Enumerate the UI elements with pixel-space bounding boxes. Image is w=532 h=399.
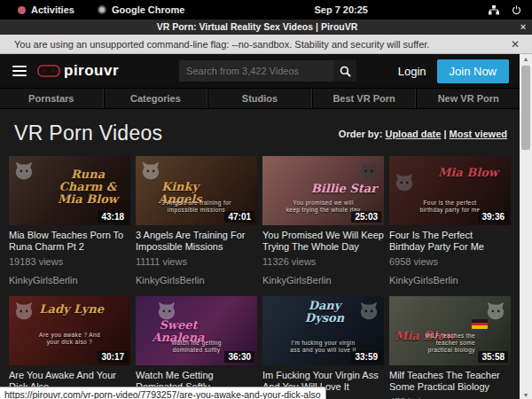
studio-logo-cat-icon [141, 160, 160, 180]
video-title-link[interactable]: Four Is The Perfect Birthday Party For M… [389, 230, 511, 252]
studio-logo-cat-icon [359, 301, 379, 320]
app-name-label: Google Chrome [112, 4, 185, 15]
video-thumbnail[interactable]: Mia Blow MILF teaches the teacher some p… [389, 296, 511, 365]
network-icon[interactable] [489, 5, 499, 15]
german-flag-icon [472, 319, 488, 329]
search-icon [340, 66, 351, 77]
thumb-overlay-name: Dany Dyson [289, 300, 360, 325]
video-thumbnail[interactable]: Kinky Angels 3 Angels are training for i… [136, 156, 257, 225]
video-duration: 30:17 [98, 351, 128, 363]
scrollbar-thumb[interactable] [521, 66, 530, 150]
studio-logo-cat-icon [359, 160, 379, 180]
power-icon[interactable] [512, 5, 521, 15]
search-button[interactable] [333, 60, 356, 82]
page-heading: VR Porn Videos [14, 121, 162, 145]
video-card: Sweet Analena Watch me getting dominated… [136, 296, 257, 399]
video-duration: 35:58 [478, 351, 508, 363]
activities-icon [18, 6, 26, 14]
video-card: Mia Blow MILF teaches the teacher some p… [389, 296, 511, 399]
status-bar-url: https://pirouvr.com/vr-porn-video/779325… [0, 387, 326, 399]
screen: Activities Google Chrome Sep 7 20:25 VR … [0, 0, 532, 399]
chrome-infobar: You are using an unsupported command-lin… [0, 35, 532, 54]
thumb-overlay-name: Runa Charm & Mia Blow [52, 168, 123, 206]
video-title-link[interactable]: Mia Blow Teaches Porn To Runa Charm Pt 2 [9, 230, 130, 252]
thumb-caption: Are you awake ? And your dick also ? [9, 332, 130, 346]
browser-title-bar: VR Porn: Virtual Reality Sex Videos | Pi… [0, 20, 532, 35]
infobar-message: You are using an unsupported command-lin… [14, 39, 505, 50]
window-close-icon[interactable]: × [514, 21, 532, 32]
video-card: Lady Lyne Are you awake ? And your dick … [9, 296, 130, 399]
vr-headset-icon [37, 65, 60, 77]
main-nav: Pornstars Categories Studios Best VR Por… [0, 88, 520, 109]
studio-logo-cat-icon [14, 160, 34, 180]
search-input[interactable] [179, 60, 333, 82]
studio-logo-cat-icon [14, 301, 34, 320]
activities-button[interactable]: Activities [9, 4, 83, 15]
studio-logo-cat-icon [486, 301, 505, 320]
join-now-button[interactable]: Join Now [437, 59, 509, 83]
app-menu-google-chrome[interactable]: Google Chrome [89, 4, 194, 15]
site-logo[interactable]: pirouvr [37, 62, 119, 80]
studio-logo-cat-icon [157, 301, 176, 320]
order-by-label: Order by: [339, 129, 383, 139]
video-card: Mia Blow Four is the perfect birthday pa… [389, 156, 511, 286]
studio-link[interactable]: KinkyGirlsBerlin [9, 275, 130, 286]
studio-link[interactable]: KinkyGirlsBerlin [389, 275, 511, 286]
video-card: Dany Dyson I'm fucking your virgin ass a… [262, 296, 384, 399]
thumb-overlay-name: Billie Star [311, 183, 377, 195]
order-most-viewed-link[interactable]: Most viewed [450, 129, 507, 139]
video-views: 11326 views [262, 256, 384, 267]
site-header: pirouvr Login Join Now [0, 54, 520, 88]
clock[interactable]: Sep 7 20:25 [193, 4, 489, 15]
order-by: Order by: Upload date | Most viewed [339, 129, 507, 139]
video-duration: 39:36 [478, 211, 508, 223]
video-duration: 25:03 [351, 211, 381, 223]
video-title-link[interactable]: 3 Angels Are Training For Impossible Mis… [136, 230, 257, 252]
video-views: 11111 views [136, 256, 257, 267]
video-grid: Runa Charm & Mia Blow 43:18 Mia Blow Tea… [9, 156, 511, 399]
thumb-overlay-name: Lady Lyne [39, 303, 104, 316]
video-views: 19183 views [9, 256, 130, 267]
video-title-link[interactable]: You Promised We Will Keep Trying The Who… [262, 230, 384, 252]
video-thumbnail[interactable]: Lady Lyne Are you awake ? And your dick … [9, 296, 130, 365]
video-thumbnail[interactable]: Billie Star You promised we will keep tr… [262, 156, 384, 225]
video-duration: 36:30 [224, 351, 254, 363]
page-title-text: VR Porn: Virtual Reality Sex Videos | Pi… [0, 21, 514, 32]
video-thumbnail[interactable]: Dany Dyson I'm fucking your virgin ass a… [262, 296, 384, 365]
logo-text: pirouvr [64, 62, 119, 80]
studio-link[interactable]: KinkyGirlsBerlin [136, 275, 257, 286]
studio-logo-cat-icon [395, 172, 414, 192]
video-views: 6958 views [389, 256, 511, 267]
scrollbar-down-icon[interactable]: ▼ [520, 390, 532, 399]
video-thumbnail[interactable]: Runa Charm & Mia Blow 43:18 [9, 156, 130, 225]
system-top-bar: Activities Google Chrome Sep 7 20:25 [0, 0, 532, 20]
nav-best-vr-porn[interactable]: Best VR Porn [312, 89, 417, 108]
video-thumbnail[interactable]: Sweet Analena Watch me getting dominated… [136, 296, 257, 365]
nav-new-vr-porn[interactable]: New VR Porn [416, 89, 520, 108]
scrollbar-up-icon[interactable]: ▲ [520, 54, 532, 65]
thumb-overlay-name: Mia Blow [438, 167, 498, 179]
login-link[interactable]: Login [398, 65, 426, 78]
page-scrollbar[interactable]: ▲ ▼ [520, 54, 532, 399]
activities-label: Activities [31, 4, 74, 15]
order-upload-date-link[interactable]: Upload date [385, 129, 441, 139]
infobar-close-icon[interactable]: ✕ [505, 38, 525, 51]
chrome-icon [98, 5, 106, 14]
studio-link[interactable]: KinkyGirlsBerlin [262, 275, 384, 286]
video-duration: 47:01 [224, 211, 254, 223]
browser-viewport: pirouvr Login Join Now Pornstars Categor… [0, 54, 532, 399]
video-card: Kinky Angels 3 Angels are training for i… [136, 156, 257, 286]
video-title-link[interactable]: Milf Teaches The Teacher Some Practical … [389, 370, 511, 392]
video-duration: 33:59 [351, 351, 381, 363]
nav-studios[interactable]: Studios [207, 89, 312, 108]
video-card: Billie Star You promised we will keep tr… [262, 156, 384, 286]
video-thumbnail[interactable]: Mia Blow Four is the perfect birthday pa… [389, 156, 511, 225]
video-card: Runa Charm & Mia Blow 43:18 Mia Blow Tea… [9, 156, 130, 286]
video-duration: 43:18 [98, 211, 128, 223]
nav-pornstars[interactable]: Pornstars [0, 89, 104, 108]
menu-icon[interactable] [11, 62, 28, 80]
nav-categories[interactable]: Categories [104, 89, 208, 108]
